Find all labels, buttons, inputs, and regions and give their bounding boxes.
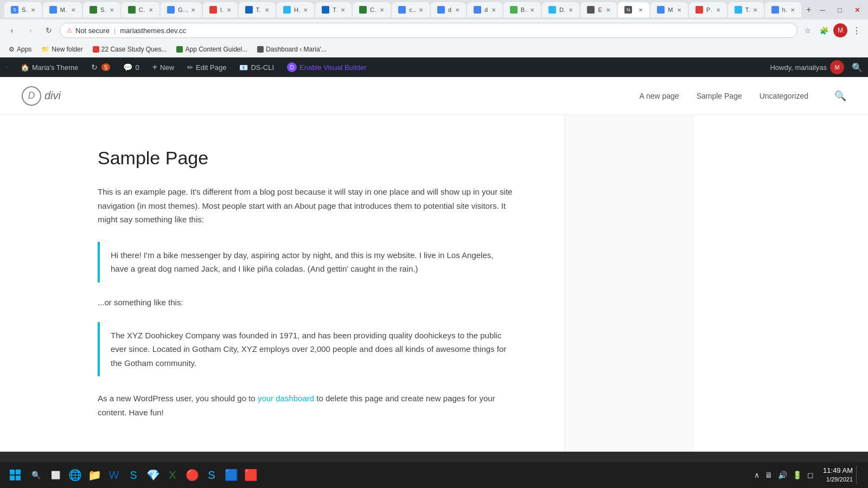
tray-battery-icon[interactable]: 🔋 bbox=[791, 471, 803, 479]
tray-network-icon[interactable]: 🖥 bbox=[763, 471, 774, 479]
wp-admin-bar: W 🏠 Maria's Theme ↻ 5 💬 0 + New ✏ Edit P… bbox=[0, 57, 868, 77]
tab-9[interactable]: The✕ bbox=[315, 2, 352, 17]
start-button[interactable] bbox=[4, 464, 26, 486]
taskbar-app8-icon[interactable]: S bbox=[202, 465, 221, 485]
wp-comments[interactable]: 💬 0 bbox=[117, 57, 145, 77]
dashboard-link[interactable]: your dashboard bbox=[258, 394, 314, 403]
tab-5[interactable]: Gen...✕ bbox=[161, 2, 202, 17]
address-input[interactable]: ⚠ Not secure | mariasthemes.dev.cc bbox=[60, 23, 797, 38]
minimize-button[interactable]: ─ bbox=[816, 3, 829, 16]
taskbar: 🔍 ⬜ 🌐 📁 W S 💎 X 🔴 S 🟦 🟥 ∧ 🖥 🔊 🔋 ◻ 11:49 … bbox=[0, 462, 868, 488]
taskbar-clock[interactable]: 11:49 AM 1/29/2021 bbox=[823, 466, 853, 484]
tab-3[interactable]: Soci✕ bbox=[83, 2, 120, 17]
blockquote-1: Hi there! I'm a bike messenger by day, a… bbox=[98, 242, 521, 282]
tab-19[interactable]: PHP✕ bbox=[689, 2, 727, 17]
address-text: Not secure bbox=[75, 27, 110, 35]
tab-12[interactable]: divi✕ bbox=[431, 2, 466, 17]
taskbar-app7-icon[interactable]: 🔴 bbox=[182, 465, 202, 485]
wp-edit-page[interactable]: ✏ Edit Page bbox=[181, 57, 233, 77]
wp-logo-item[interactable]: W bbox=[0, 60, 14, 74]
svg-rect-2 bbox=[10, 470, 15, 474]
taskbar-task-view-icon[interactable]: ⬜ bbox=[46, 465, 65, 485]
forward-button[interactable]: › bbox=[23, 23, 38, 38]
new-tab-button[interactable]: + bbox=[802, 2, 815, 17]
taskbar-excel-icon[interactable]: X bbox=[163, 465, 182, 485]
logo-text: divi bbox=[44, 89, 61, 102]
tab-13[interactable]: divi✕ bbox=[467, 2, 502, 17]
wp-site-name[interactable]: 🏠 Maria's Theme bbox=[14, 57, 85, 77]
content-area: Sample Page This is an example page. It'… bbox=[0, 115, 564, 452]
window-controls: ─ □ ✕ bbox=[816, 3, 864, 16]
tab-15[interactable]: Desi✕ bbox=[542, 2, 579, 17]
page-title: Sample Page bbox=[98, 147, 521, 169]
tray-icons: ∧ 🖥 🔊 🔋 ◻ bbox=[752, 471, 815, 479]
tab-top[interactable]: Top✕ bbox=[728, 2, 764, 17]
tab-10[interactable]: Com✕ bbox=[353, 2, 391, 17]
bookmark-dashboard[interactable]: Dashboard ‹ Maria'... bbox=[253, 44, 331, 54]
reload-button[interactable]: ↻ bbox=[41, 23, 56, 38]
tab-1[interactable]: SS ◄✕ bbox=[4, 2, 42, 17]
wp-updates[interactable]: ↻ 5 bbox=[85, 57, 117, 77]
wp-right-section: Howdy, mariailyas M 🔍 bbox=[770, 60, 868, 74]
back-button[interactable]: ‹ bbox=[4, 23, 20, 38]
taskbar-search-icon[interactable]: 🔍 bbox=[26, 465, 46, 485]
address-bar-row: ‹ › ↻ ⚠ Not secure | mariasthemes.dev.cc… bbox=[0, 20, 868, 41]
tab-8[interactable]: How✕ bbox=[277, 2, 314, 17]
tab-18[interactable]: Mari✕ bbox=[650, 2, 688, 17]
sidebar-area bbox=[564, 115, 694, 452]
wp-ds-cli[interactable]: 📧 DS-CLI bbox=[233, 57, 280, 77]
admin-search-icon[interactable]: 🔍 bbox=[846, 62, 868, 73]
nav-search-icon[interactable]: 🔍 bbox=[834, 90, 846, 102]
bookmark-app-content[interactable]: App Content Guidel... bbox=[172, 44, 252, 54]
logo-circle: D bbox=[22, 86, 41, 106]
outro-pre-text: As a new WordPress user, you should go t… bbox=[98, 394, 258, 403]
nav-link-uncategorized[interactable]: Uncategorized bbox=[760, 92, 808, 100]
tray-chevron-icon[interactable]: ∧ bbox=[752, 471, 761, 479]
tray-sound-icon[interactable]: 🔊 bbox=[776, 471, 789, 479]
taskbar-explorer-icon[interactable]: 📁 bbox=[85, 465, 104, 485]
taskbar-right: ∧ 🖥 🔊 🔋 ◻ 11:49 AM 1/29/2021 bbox=[752, 465, 864, 485]
intro-paragraph: This is an example page. It's different … bbox=[98, 185, 521, 227]
taskbar-app10-icon[interactable]: 🟥 bbox=[241, 465, 260, 485]
tab-14[interactable]: Best✕ bbox=[503, 2, 541, 17]
tab-21[interactable]: how✕ bbox=[765, 2, 802, 17]
clock-date: 1/29/2021 bbox=[823, 476, 853, 484]
blockquote-2-text: The XYZ Doohickey Company was founded in… bbox=[111, 329, 510, 370]
bookmark-apps[interactable]: ⚙ Apps bbox=[4, 44, 36, 54]
tab-7[interactable]: Tem✕ bbox=[239, 2, 276, 17]
bookmark-star-icon[interactable]: ☆ bbox=[801, 23, 815, 37]
menu-icon[interactable]: ⋮ bbox=[850, 23, 864, 37]
site-navigation: D divi A new page Sample Page Uncategori… bbox=[0, 77, 868, 115]
nav-link-sample-page[interactable]: Sample Page bbox=[697, 92, 742, 100]
taskbar-app5-icon[interactable]: 💎 bbox=[143, 465, 163, 485]
nav-link-new-page[interactable]: A new page bbox=[639, 92, 679, 100]
extensions-icon[interactable]: 🧩 bbox=[817, 23, 831, 37]
taskbar-app9-icon[interactable]: 🟦 bbox=[221, 465, 241, 485]
user-avatar[interactable]: M bbox=[830, 60, 844, 74]
tab-16[interactable]: Edit✕ bbox=[580, 2, 617, 17]
svg-rect-4 bbox=[10, 476, 15, 480]
browser-chrome: SS ◄✕ My D✕ Soci✕ Com✕ Gen...✕ Inb✕ Tem✕… bbox=[0, 0, 868, 57]
tab-11[interactable]: chile✕ bbox=[392, 2, 430, 17]
tab-6[interactable]: Inb✕ bbox=[203, 2, 238, 17]
taskbar-skype-icon[interactable]: S bbox=[124, 465, 143, 485]
taskbar-chrome-icon[interactable]: 🌐 bbox=[65, 465, 85, 485]
close-button[interactable]: ✕ bbox=[851, 3, 864, 16]
wp-visual-builder[interactable]: D Enable Visual Builder bbox=[280, 57, 373, 77]
show-desktop-button[interactable] bbox=[856, 465, 859, 485]
bookmark-new-folder[interactable]: 📁 New folder bbox=[37, 44, 87, 54]
svg-rect-3 bbox=[16, 470, 21, 474]
profile-icon[interactable]: M bbox=[833, 23, 847, 37]
taskbar-word-icon[interactable]: W bbox=[104, 465, 124, 485]
blockquote-1-text: Hi there! I'm a bike messenger by day, a… bbox=[111, 248, 510, 276]
howdy-text: Howdy, mariailyas bbox=[770, 63, 830, 72]
tab-2[interactable]: My D✕ bbox=[43, 2, 82, 17]
maximize-button[interactable]: □ bbox=[833, 3, 846, 16]
tray-dropbox-icon[interactable]: ◻ bbox=[806, 471, 815, 479]
wp-new-item[interactable]: + New bbox=[146, 57, 181, 77]
bookmarks-bar: ⚙ Apps 📁 New folder 22 Case Study Ques..… bbox=[0, 41, 868, 57]
site-logo[interactable]: D divi bbox=[22, 86, 61, 106]
tab-17-active[interactable]: NN✕ bbox=[618, 2, 649, 17]
tab-4[interactable]: Com✕ bbox=[122, 2, 159, 17]
bookmark-case-study[interactable]: 22 Case Study Ques... bbox=[88, 44, 171, 54]
